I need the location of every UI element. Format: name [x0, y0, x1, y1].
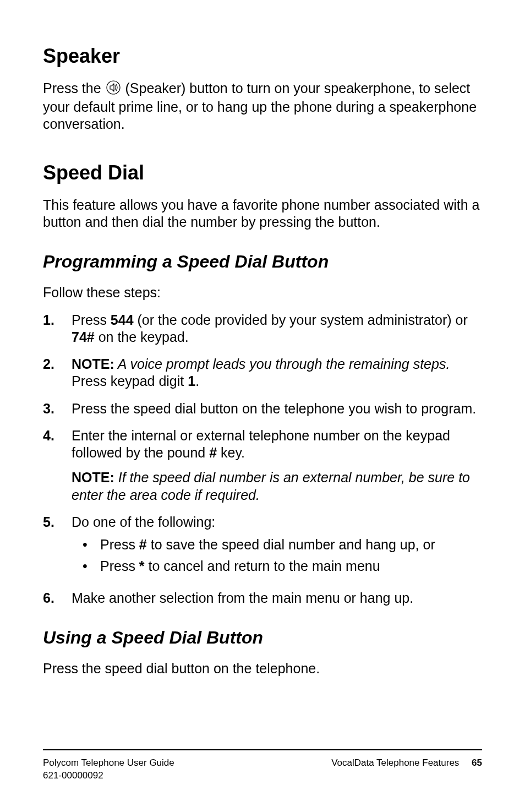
footer-left-line1: Polycom Telephone User Guide — [43, 757, 174, 768]
using-body: Press the speed dial button on the telep… — [43, 660, 482, 677]
text-run: NOTE: — [72, 470, 114, 485]
step-item: 4.Enter the internal or external telepho… — [43, 427, 482, 504]
text-run: 1 — [188, 373, 195, 389]
text-run: . — [195, 373, 199, 389]
programming-lead: Follow these steps: — [43, 284, 482, 301]
text-run: Press the speed dial button on the telep… — [72, 401, 476, 416]
step-number: 1. — [43, 312, 72, 346]
step-body: Make another selection from the main men… — [72, 590, 482, 607]
text-run: If the speed dial number is an external … — [72, 470, 470, 502]
text-run: 74# — [72, 329, 95, 345]
step-item: 6.Make another selection from the main m… — [43, 590, 482, 607]
text-run: to cancel and return to the main menu — [145, 558, 380, 574]
speed-dial-intro: This feature allows you have a favorite … — [43, 197, 482, 231]
step-item: 2.NOTE: A voice prompt leads you through… — [43, 356, 482, 390]
step-number: 5. — [43, 514, 72, 580]
speaker-para-prefix: Press the — [43, 80, 105, 96]
subsection-heading-programming: Programming a Speed Dial Button — [43, 252, 482, 272]
step-item: 3.Press the speed dial button on the tel… — [43, 400, 482, 417]
text-run: # — [139, 537, 147, 552]
step-item: 1.Press 544 (or the code provided by you… — [43, 312, 482, 346]
text-run: * — [139, 558, 145, 574]
footer-left-line2: 621-00000092 — [43, 770, 103, 781]
programming-steps-list: 1.Press 544 (or the code provided by you… — [43, 312, 482, 607]
text-run: Make another selection from the main men… — [72, 590, 413, 606]
step-text: Do one of the following: — [72, 514, 482, 531]
bullet-item: •Press * to cancel and return to the mai… — [72, 558, 482, 575]
text-run: Press — [100, 558, 139, 574]
text-run: key. — [217, 445, 245, 460]
step-number: 4. — [43, 427, 72, 504]
subsection-heading-using: Using a Speed Dial Button — [43, 628, 482, 648]
step-text: NOTE: A voice prompt leads you through t… — [72, 356, 482, 390]
text-run: Press — [72, 312, 111, 328]
bullet-dot: • — [72, 558, 100, 575]
step-number: 6. — [43, 590, 72, 607]
step-body: NOTE: A voice prompt leads you through t… — [72, 356, 482, 390]
footer-left: Polycom Telephone User Guide 621-0000009… — [43, 757, 174, 782]
step-number: 2. — [43, 356, 72, 390]
section-heading-speaker: Speaker — [43, 44, 482, 68]
text-run: # — [209, 445, 217, 460]
bullet-text: Press # to save the speed dial number an… — [100, 536, 435, 553]
bullet-text: Press * to cancel and return to the main… — [100, 558, 380, 575]
footer-right: VocalData Telephone Features 65 — [331, 757, 482, 782]
footer-rule — [43, 749, 482, 750]
step-text: Press the speed dial button on the telep… — [72, 400, 482, 417]
step-note: NOTE: If the speed dial number is an ext… — [72, 469, 482, 504]
text-run: to save the speed dial number and hang u… — [147, 537, 435, 552]
text-run: on the keypad. — [95, 329, 189, 345]
text-run: Press keypad digit — [72, 373, 188, 389]
footer-page-number: 65 — [472, 757, 482, 768]
step-body: Do one of the following:•Press # to save… — [72, 514, 482, 580]
bullet-dot: • — [72, 536, 100, 553]
text-run: Do one of the following: — [72, 514, 215, 530]
step-bullets: •Press # to save the speed dial number a… — [72, 536, 482, 575]
text-run: Press — [100, 537, 139, 552]
text-run: 544 — [111, 312, 134, 328]
step-body: Enter the internal or external telephone… — [72, 427, 482, 504]
svg-point-0 — [107, 81, 120, 94]
footer-right-label: VocalData Telephone Features — [331, 757, 459, 768]
step-text: Make another selection from the main men… — [72, 590, 482, 607]
section-heading-speed-dial: Speed Dial — [43, 161, 482, 184]
speaker-paragraph: Press the (Speaker) button to turn on yo… — [43, 80, 482, 133]
step-body: Press 544 (or the code provided by your … — [72, 312, 482, 346]
step-body: Press the speed dial button on the telep… — [72, 400, 482, 417]
step-text: Press 544 (or the code provided by your … — [72, 312, 482, 346]
step-text: Enter the internal or external telephone… — [72, 427, 482, 462]
page-footer: Polycom Telephone User Guide 621-0000009… — [43, 749, 482, 782]
text-run: NOTE: — [72, 356, 114, 372]
bullet-item: •Press # to save the speed dial number a… — [72, 536, 482, 553]
text-run: Enter the internal or external telephone… — [72, 428, 450, 460]
step-number: 3. — [43, 400, 72, 417]
text-run: A voice prompt leads you through the rem… — [114, 356, 450, 372]
speaker-icon — [106, 80, 121, 99]
text-run: (or the code provided by your system adm… — [134, 312, 468, 328]
step-item: 5.Do one of the following:•Press # to sa… — [43, 514, 482, 580]
